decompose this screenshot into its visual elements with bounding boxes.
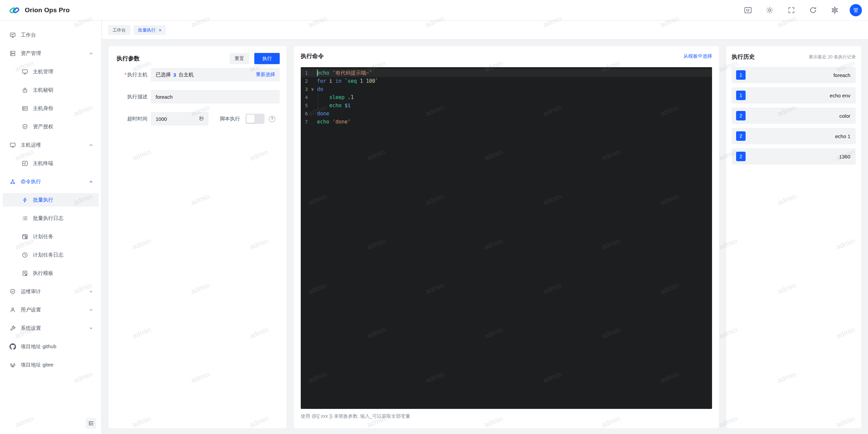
history-panel-title: 执行历史 [732, 53, 755, 61]
timeout-value: 1000 [156, 116, 167, 122]
sidebar-item-label: 主机终端 [33, 160, 53, 167]
history-item[interactable]: 21360 [732, 148, 856, 165]
reset-button[interactable]: 重置 [230, 53, 249, 64]
fold-gutter [308, 110, 317, 118]
history-list: 1foreach1echo env2color2echo 121360 [732, 67, 856, 165]
chevron-up-icon [89, 143, 93, 147]
monitor-icon [9, 142, 16, 148]
code-line: 4 sleep .1 [301, 93, 712, 101]
id-card-icon [22, 105, 28, 112]
sidebar-item-label: 执行模板 [33, 270, 53, 277]
host-select-field[interactable]: 已选择 3 台主机 重新选择 [151, 68, 280, 81]
sidebar-item-label: 计划任务 [33, 233, 53, 240]
command-panel-title: 执行命令 [301, 52, 324, 60]
sidebar-item-host-keys[interactable]: 主机秘钥 [3, 83, 99, 97]
sidebar-item-label: 命令执行 [21, 178, 41, 185]
sidebar-item-label: 计划任务日志 [33, 252, 63, 258]
sidebar-item-host-identity[interactable]: 主机身份 [3, 101, 99, 115]
execution-params-panel: 执行参数 重置 执行 *执行主机 已选择 3 台主机 重新选择 执行描述 for… [108, 46, 287, 428]
code-text: done [317, 110, 329, 118]
chevron-down-icon [89, 308, 93, 312]
code-line: 5 echo $i [301, 101, 712, 110]
code-text: echo '有代码提示哦~' [317, 69, 372, 77]
timeout-input[interactable]: 1000 秒 [151, 112, 209, 126]
sidebar-item-ops-audit[interactable]: 运维审计 [3, 285, 99, 298]
terminal-code-icon [22, 160, 28, 167]
script-exec-toggle[interactable] [245, 114, 264, 124]
sidebar-item-label: 用户设置 [21, 307, 41, 313]
sidebar-nav: 工作台 资产管理 主机管理 主机秘钥 主机身份 资产授权 [0, 21, 102, 434]
sidebar-item-execution-template[interactable]: 执行模板 [3, 266, 99, 280]
sidebar-item-scheduled-task-log[interactable]: 计划任务日志 [3, 248, 99, 262]
history-item[interactable]: 1echo env [732, 87, 856, 103]
history-item[interactable]: 2color [732, 108, 856, 124]
text-cursor [317, 70, 318, 76]
tab-batch-execution[interactable]: 批量执行 × [134, 25, 166, 35]
sidebar-item-label: 工作台 [21, 32, 36, 38]
history-item-label: echo env [830, 93, 850, 98]
calendar-clock-icon [22, 233, 28, 240]
monitor-icon [22, 69, 28, 75]
refresh-icon[interactable] [809, 6, 817, 14]
fold-chevron-icon[interactable]: ∨ [308, 85, 317, 93]
reselect-hosts-link[interactable]: 重新选择 [256, 72, 275, 78]
theme-sun-icon[interactable] [766, 6, 774, 14]
sidebar-item-system-settings[interactable]: 系统设置 [3, 321, 99, 335]
sidebar-item-label: 项目地址 gitee [21, 362, 54, 368]
host-count-badge: 2 [736, 131, 746, 141]
history-meta-text: 展示最近 20 条执行记录 [809, 54, 856, 60]
cluster-nodes-icon [9, 178, 16, 185]
code-text: do [317, 85, 323, 93]
code-line: 1echo '有代码提示哦~' [301, 69, 712, 77]
help-icon[interactable]: ? [269, 116, 275, 122]
execute-button[interactable]: 执行 [254, 53, 280, 64]
tab-workbench[interactable]: 工作台 [108, 25, 130, 35]
fold-gutter [308, 77, 317, 85]
sidebar-item-user-settings[interactable]: 用户设置 [3, 303, 99, 317]
user-avatar[interactable]: 管 [850, 4, 862, 16]
shield-check-icon [9, 288, 16, 295]
sidebar-item-asset-authorization[interactable]: 资产授权 [3, 120, 99, 133]
sidebar-item-host-terminal[interactable]: 主机终端 [3, 156, 99, 170]
sidebar-item-label: 项目地址 github [21, 343, 56, 350]
code-line: 2for i in `seq 1 100` [301, 77, 712, 85]
sidebar-item-scheduled-tasks[interactable]: 计划任务 [3, 230, 99, 243]
history-item[interactable]: 2echo 1 [732, 128, 856, 144]
sidebar-item-label: 主机管理 [33, 69, 53, 75]
description-field-label: 执行描述 [117, 94, 147, 100]
description-value: foreach [156, 94, 173, 100]
line-number: 4 [301, 93, 308, 101]
host-count-badge: 2 [736, 111, 746, 120]
sidebar-collapse-button[interactable] [86, 418, 96, 429]
tab-label: 批量执行 [138, 27, 156, 33]
sidebar-item-host-ops[interactable]: 主机运维 [3, 138, 99, 152]
tab-close-icon[interactable]: × [159, 28, 161, 33]
sidebar-item-workbench[interactable]: 工作台 [3, 28, 99, 42]
history-item[interactable]: 1foreach [732, 67, 856, 83]
fullscreen-icon[interactable] [787, 6, 795, 14]
sidebar-item-host-management[interactable]: 主机管理 [3, 65, 99, 78]
fold-gutter [308, 101, 317, 110]
history-item-label: foreach [833, 72, 850, 78]
choose-from-template-link[interactable]: 从模板中选择 [684, 53, 712, 59]
toggle-knob [246, 115, 255, 123]
sidebar-item-batch-execution-log[interactable]: 批量执行日志 [3, 211, 99, 225]
chevron-up-icon [89, 180, 93, 184]
lightning-icon [22, 197, 28, 203]
code-line: 6done [301, 110, 712, 118]
tab-bar: 工作台 批量执行 × [102, 21, 868, 40]
description-input[interactable]: foreach [151, 90, 280, 103]
code-box-icon[interactable] [744, 6, 752, 14]
code-text: echo 'done' [317, 118, 351, 126]
sidebar-item-command-execution[interactable]: 命令执行 [3, 175, 99, 188]
command-code-editor[interactable]: 1echo '有代码提示哦~'2for i in `seq 1 100`3∨do… [301, 67, 712, 409]
settings-gear-icon[interactable] [831, 6, 839, 14]
sidebar-item-label: 运维审计 [21, 288, 41, 295]
wrench-icon [9, 325, 16, 332]
sidebar-item-asset-management[interactable]: 资产管理 [3, 46, 99, 60]
sidebar-item-batch-execution[interactable]: 批量执行 [3, 193, 99, 207]
app-title: Orion Ops Pro [25, 6, 70, 14]
sidebar-item-project-github[interactable]: 项目地址 github [3, 340, 99, 353]
fold-gutter [308, 93, 317, 101]
sidebar-item-project-gitee[interactable]: 项目地址 gitee [3, 358, 99, 372]
